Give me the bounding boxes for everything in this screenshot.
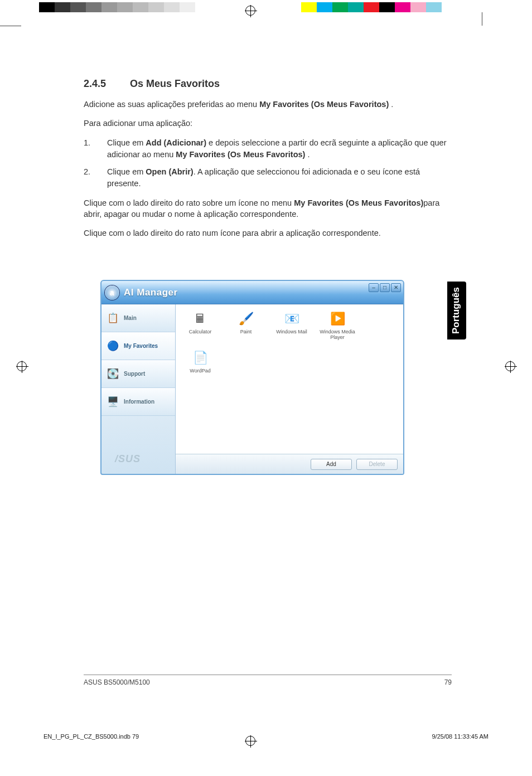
asus-logo: /SUS [115,453,141,465]
app-logo-icon: a [105,285,119,300]
ai-manager-window: a AI Manager – □ ✕ 📋Main🔵My Favorites💽Su… [100,280,404,475]
app-label: Calculator [182,329,218,334]
steps-list: 1. Clique em Add (Adicionar) e depois se… [84,137,452,190]
close-button[interactable]: ✕ [391,283,401,292]
print-footer: EN_I_PG_PL_CZ_BS5000.indb 79 9/25/08 11:… [43,733,489,740]
maximize-button[interactable]: □ [380,283,390,292]
app-label: Windows Media Player [320,329,355,340]
sidebar-item-my-favorites[interactable]: 🔵My Favorites [101,332,175,360]
window-title: AI Manager [124,287,178,298]
app-icon-grid: 🖩Calculator🖌️Paint📧Windows Mail▶️Windows… [182,311,396,374]
app-icon: 📄 [191,350,210,366]
window-titlebar[interactable]: a AI Manager – □ ✕ [101,281,403,304]
sidebar-item-label: Information [124,399,154,405]
print-timestamp: 9/25/08 11:33:45 AM [432,733,489,740]
paragraph: Clique com o lado direito do rato num íc… [84,227,452,239]
print-color-bar [0,0,532,16]
section-title: Os Meus Favoritos [130,78,220,89]
minimize-button[interactable]: – [369,283,379,292]
sidebar-item-label: Main [124,315,137,321]
sidebar-item-icon: 📋 [105,311,120,326]
favorite-app-wordpad[interactable]: 📄WordPad [182,350,218,374]
favorite-app-paint[interactable]: 🖌️Paint [228,311,264,340]
instruction-lead: Para adicionar uma aplicação: [84,118,452,129]
favorite-app-windows-mail[interactable]: 📧Windows Mail [274,311,309,340]
crop-line [0,26,21,26]
app-label: Windows Mail [274,329,309,334]
registration-mark-icon [505,361,515,371]
app-icon: 📧 [282,311,301,327]
print-file-name: EN_I_PG_PL_CZ_BS5000.indb 79 [43,733,139,740]
add-button[interactable]: Add [311,459,352,470]
registration-mark-icon [245,6,255,16]
sidebar-item-information[interactable]: 🖥️Information [101,388,175,416]
app-icon: 🖌️ [236,311,255,327]
footer-model: ASUS BS5000/M5100 [84,678,150,686]
page-content: 2.4.5 Os Meus Favoritos Adicione as suas… [84,78,452,247]
sidebar-item-icon: 🔵 [105,339,120,353]
step-item: 2. Clique em Open (Abrir). A aplicação q… [84,166,452,190]
section-number: 2.4.5 [84,78,127,90]
language-tab: Português [447,282,466,340]
intro-paragraph: Adicione as suas aplicações preferidas a… [84,99,452,110]
section-heading: 2.4.5 Os Meus Favoritos [84,78,452,90]
page-footer: ASUS BS5000/M5100 79 [84,675,452,686]
favorite-app-calculator[interactable]: 🖩Calculator [182,311,218,340]
sidebar-item-label: Support [124,371,145,377]
sidebar-item-icon: 🖥️ [105,395,120,409]
sidebar: 📋Main🔵My Favorites💽Support🖥️Information [101,304,176,474]
sidebar-item-main[interactable]: 📋Main [101,304,175,332]
registration-mark-icon [17,361,27,371]
app-icon: ▶️ [328,311,347,327]
favorites-panel: 🖩Calculator🖌️Paint📧Windows Mail▶️Windows… [176,304,403,474]
delete-button[interactable]: Delete [356,459,398,470]
sidebar-item-label: My Favorites [124,343,158,349]
sidebar-item-icon: 💽 [105,367,120,381]
panel-button-bar: Add Delete [176,454,403,474]
paragraph: Clique com o lado direito do rato sobre … [84,197,452,220]
app-label: WordPad [182,368,218,374]
crop-line [482,12,482,26]
step-item: 1. Clique em Add (Adicionar) e depois se… [84,137,452,161]
footer-page-number: 79 [444,678,452,686]
app-icon: 🖩 [191,311,210,327]
sidebar-item-support[interactable]: 💽Support [101,360,175,388]
app-label: Paint [228,329,264,334]
favorite-app-windows-media-player[interactable]: ▶️Windows Media Player [320,311,355,340]
